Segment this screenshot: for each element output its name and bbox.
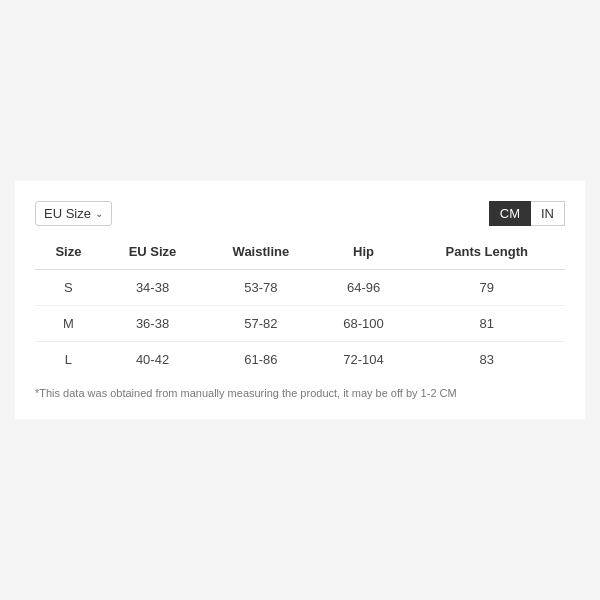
chevron-down-icon: ⌄ <box>95 208 103 219</box>
col-header-hip: Hip <box>319 234 409 270</box>
col-header-eu-size: EU Size <box>102 234 203 270</box>
cell-waistline: 53-78 <box>203 270 318 306</box>
cell-size: L <box>35 342 102 378</box>
cell-pants-length: 83 <box>409 342 566 378</box>
cell-waistline: 57-82 <box>203 306 318 342</box>
cell-hip: 64-96 <box>319 270 409 306</box>
table-row: S34-3853-7864-9679 <box>35 270 565 306</box>
col-header-pants-length: Pants Length <box>409 234 566 270</box>
eu-size-selector[interactable]: EU Size ⌄ <box>35 201 112 226</box>
cell-pants-length: 79 <box>409 270 566 306</box>
inch-button[interactable]: IN <box>531 201 565 226</box>
unit-toggle: CM IN <box>489 201 565 226</box>
cell-waistline: 61-86 <box>203 342 318 378</box>
eu-size-label: EU Size <box>44 206 91 221</box>
cell-size: M <box>35 306 102 342</box>
cell-eu-size: 40-42 <box>102 342 203 378</box>
size-chart-container: EU Size ⌄ CM IN Size EU Size Waistline H… <box>15 181 585 419</box>
table-row: L40-4261-8672-10483 <box>35 342 565 378</box>
size-table: Size EU Size Waistline Hip Pants Length … <box>35 234 565 377</box>
footnote: *This data was obtained from manually me… <box>35 387 565 399</box>
cell-eu-size: 36-38 <box>102 306 203 342</box>
table-header-row: Size EU Size Waistline Hip Pants Length <box>35 234 565 270</box>
col-header-size: Size <box>35 234 102 270</box>
cell-size: S <box>35 270 102 306</box>
cell-hip: 72-104 <box>319 342 409 378</box>
cm-button[interactable]: CM <box>489 201 531 226</box>
top-bar: EU Size ⌄ CM IN <box>35 201 565 226</box>
cell-pants-length: 81 <box>409 306 566 342</box>
col-header-waistline: Waistline <box>203 234 318 270</box>
cell-hip: 68-100 <box>319 306 409 342</box>
table-row: M36-3857-8268-10081 <box>35 306 565 342</box>
cell-eu-size: 34-38 <box>102 270 203 306</box>
